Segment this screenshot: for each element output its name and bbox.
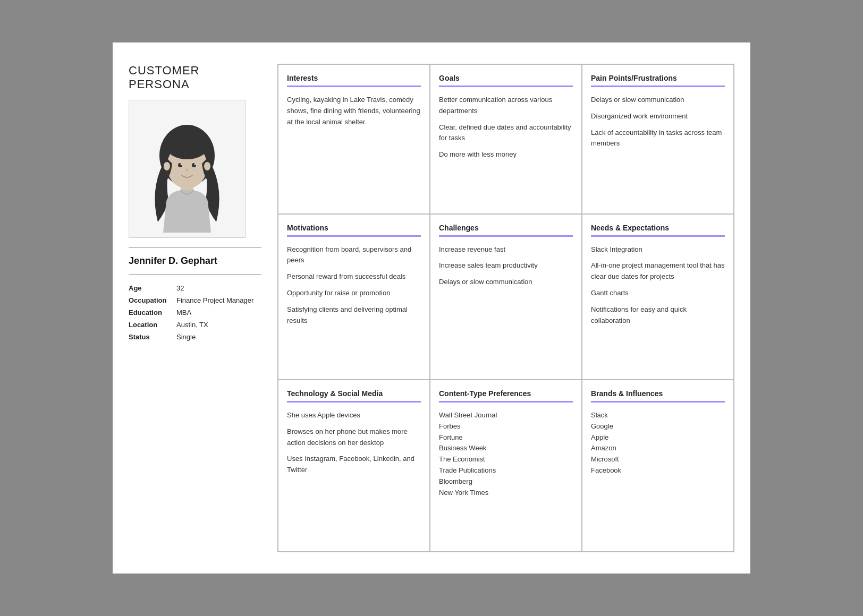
list-item: Better communication across various depa… <box>439 95 573 117</box>
list-item: Disorganized work environment <box>591 111 725 122</box>
list-item: Uses Instagram, Facebook, Linkedin, and … <box>287 454 421 476</box>
list-item: Wall Street Journal Forbes Fortune Busin… <box>439 410 573 498</box>
education-row: Education MBA <box>129 306 261 319</box>
list-item: All-in-one project management tool that … <box>591 260 725 283</box>
svg-point-6 <box>181 164 182 165</box>
list-item: Notifications for easy and quick collabo… <box>591 304 725 327</box>
cell-content-pain-points: Delays or slow communicationDisorganized… <box>591 95 725 149</box>
svg-point-3 <box>167 136 207 159</box>
cell-header-pain-points: Pain Points/Frustrations <box>591 74 725 87</box>
name-divider <box>129 247 261 248</box>
cell-header-brands: Brands & Influences <box>591 389 725 403</box>
list-item: Satisfying clients and delivering optima… <box>287 304 421 327</box>
occupation-row: Occupation Finance Project Manager <box>129 294 261 306</box>
age-row: Age 32 <box>129 282 261 294</box>
svg-point-8 <box>164 162 170 170</box>
svg-point-9 <box>204 162 210 170</box>
list-item: Delays or slow communication <box>439 277 573 288</box>
location-value: Austin, TX <box>176 319 261 331</box>
status-value: Single <box>176 331 261 343</box>
cell-content-goals: Better communication across various depa… <box>439 95 573 160</box>
person-name: Jennifer D. Gephart <box>129 255 261 267</box>
occupation-label: Occupation <box>129 294 176 306</box>
grid-cell-needs: Needs & ExpectationsSlack IntegrationAll… <box>582 214 734 380</box>
status-row: Status Single <box>129 331 261 343</box>
list-item: Increase revenue fast <box>439 244 573 255</box>
cell-content-needs: Slack IntegrationAll-in-one project mana… <box>591 244 725 327</box>
cell-content-challenges: Increase revenue fastIncrease sales team… <box>439 244 573 288</box>
list-item: Clear, defined due dates and accountabil… <box>439 122 573 144</box>
list-item: Slack Google Apple Amazon Microsoft Face… <box>591 410 725 476</box>
grid-cell-challenges: ChallengesIncrease revenue fastIncrease … <box>430 214 582 380</box>
cell-header-goals: Goals <box>439 74 573 87</box>
status-label: Status <box>129 331 176 343</box>
info-divider <box>129 274 261 275</box>
list-item: Personal reward from successful deals <box>287 271 421 283</box>
cell-content-interests: Cycling, kayaking in Lake Travis, comedy… <box>287 95 421 127</box>
cell-header-content: Content-Type Preferences <box>439 389 573 403</box>
avatar <box>129 100 246 238</box>
grid-cell-interests: InterestsCycling, kayaking in Lake Travi… <box>278 64 430 214</box>
list-item: Lack of accountability in tasks across t… <box>591 127 725 150</box>
location-row: Location Austin, TX <box>129 319 261 331</box>
list-item: Cycling, kayaking in Lake Travis, comedy… <box>287 95 421 127</box>
svg-point-7 <box>194 164 196 165</box>
list-item: Recognition from board, supervisors and … <box>287 244 421 267</box>
cell-content-brands: Slack Google Apple Amazon Microsoft Face… <box>591 410 725 476</box>
info-grid: InterestsCycling, kayaking in Lake Travi… <box>277 64 734 552</box>
list-item: Opportunity for raise or promotion <box>287 288 421 299</box>
grid-cell-goals: GoalsBetter communication across various… <box>430 64 582 214</box>
cell-header-technology: Technology & Social Media <box>287 389 421 403</box>
list-item: Browses on her phone but makes more acti… <box>287 426 421 449</box>
cell-header-needs: Needs & Expectations <box>591 224 725 237</box>
list-item: Do more with less money <box>439 149 573 160</box>
list-item: Delays or slow communication <box>591 95 725 106</box>
location-label: Location <box>129 319 176 331</box>
grid-cell-content: Content-Type PreferencesWall Street Jour… <box>430 380 582 552</box>
cell-header-interests: Interests <box>287 74 421 87</box>
age-label: Age <box>129 282 176 294</box>
grid-cell-technology: Technology & Social MediaShe uses Apple … <box>278 380 430 552</box>
list-item: Increase sales team productivity <box>439 260 573 271</box>
age-value: 32 <box>176 282 261 294</box>
customer-persona-page: CUSTOMER PERSONA <box>113 42 750 574</box>
grid-cell-brands: Brands & InfluencesSlack Google Apple Am… <box>582 380 734 552</box>
info-table: Age 32 Occupation Finance Project Manage… <box>129 282 261 343</box>
cell-content-content: Wall Street Journal Forbes Fortune Busin… <box>439 410 573 498</box>
list-item: Gantt charts <box>591 288 725 299</box>
list-item: Slack Integration <box>591 244 725 255</box>
left-panel: CUSTOMER PERSONA <box>129 64 277 552</box>
grid-cell-pain-points: Pain Points/FrustrationsDelays or slow c… <box>582 64 734 214</box>
list-item: She uses Apple devices <box>287 410 421 421</box>
page-title: CUSTOMER PERSONA <box>129 64 261 91</box>
cell-header-motivations: Motivations <box>287 224 421 237</box>
occupation-value: Finance Project Manager <box>176 294 261 306</box>
education-label: Education <box>129 306 176 319</box>
education-value: MBA <box>176 306 261 319</box>
grid-cell-motivations: MotivationsRecognition from board, super… <box>278 214 430 380</box>
cell-content-motivations: Recognition from board, supervisors and … <box>287 244 421 327</box>
cell-header-challenges: Challenges <box>439 224 573 237</box>
cell-content-technology: She uses Apple devicesBrowses on her pho… <box>287 410 421 476</box>
